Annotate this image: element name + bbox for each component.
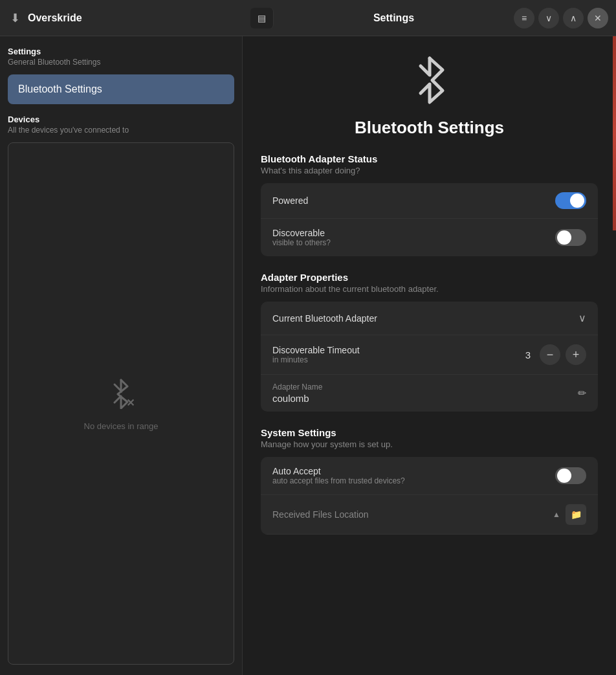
main-layout: Settings General Bluetooth Settings Blue… [0,36,616,675]
content-area: Bluetooth Settings Bluetooth Adapter Sta… [243,36,616,675]
folder-icon: 📁 [571,509,582,520]
bluetooth-main-icon [404,52,456,110]
timeout-sublabel: in minutes [272,355,360,364]
top-bar-left: ⬇ Overskride [0,11,243,25]
devices-section-sublabel: All the devices you've connected to [8,126,234,135]
maximize-button[interactable]: ∧ [563,8,584,28]
close-button[interactable]: ✕ [588,8,608,28]
top-bar-right: ▤ Settings ≡ ∨ ∧ ✕ [243,8,616,28]
auto-accept-sublabel: auto accept files from trusted devices? [272,476,405,485]
menu-button[interactable]: ≡ [514,8,534,28]
adapter-name-row: Adapter Name coulomb ✏ [261,375,598,412]
red-accent-decoration [613,36,616,230]
app-title: Overskride [28,12,82,24]
svg-text:✕: ✕ [126,397,135,408]
settings-section-label: Settings [8,47,234,56]
sidebar: Settings General Bluetooth Settings Blue… [0,36,243,675]
adapter-status-title: Bluetooth Adapter Status [261,153,598,164]
settings-section-sublabel: General Bluetooth Settings [8,58,234,67]
timeout-decrease-button[interactable]: − [540,344,560,365]
discoverable-label-group: Discoverable visible to others? [272,228,331,247]
received-files-controls: ▲ 📁 [553,504,586,525]
adapter-properties-title: Adapter Properties [261,272,598,283]
received-files-row: Received Files Location ▲ 📁 [261,495,598,535]
auto-accept-label-group: Auto Accept auto accept files from trust… [272,466,405,485]
chevron-down-icon: ∨ [578,312,586,324]
adapter-status-subtitle: What's this adapter doing? [261,166,598,175]
adapter-name-value: coulomb [272,393,322,404]
close-icon: ✕ [594,13,602,23]
adapter-properties-subtitle: Information about the current bluetooth … [261,284,598,294]
devices-section-label: Devices [8,115,234,124]
system-settings-title: System Settings [261,427,598,438]
discoverable-row: Discoverable visible to others? [261,219,598,256]
down-icon: ∨ [545,13,552,23]
download-icon: ⬇ [10,11,20,25]
header-controls: ≡ ∨ ∧ ✕ [514,8,608,28]
bluetooth-icon-container [261,52,598,110]
current-adapter-label: Current Bluetooth Adapter [272,313,377,324]
auto-accept-label: Auto Accept [272,466,405,476]
page-title: Bluetooth Settings [261,118,598,138]
menu-icon: ≡ [522,13,527,23]
auto-accept-row: Auto Accept auto accept files from trust… [261,457,598,495]
up-icon: ∧ [570,13,577,23]
timeout-label-group: Discoverable Timeout in minutes [272,345,360,364]
powered-row: Powered [261,183,598,219]
adapter-properties-card: Current Bluetooth Adapter ∨ Discoverable… [261,302,598,412]
received-files-up-icon: ▲ [553,510,560,519]
discoverable-toggle-knob [557,230,571,245]
received-files-folder-button[interactable]: 📁 [566,504,586,525]
timeout-label: Discoverable Timeout [272,345,360,355]
minimize-button[interactable]: ∨ [538,8,559,28]
current-adapter-dropdown[interactable]: Current Bluetooth Adapter ∨ [261,302,598,335]
discoverable-timeout-row: Discoverable Timeout in minutes 3 − + [261,335,598,375]
sidebar-toggle-icon: ▤ [258,13,266,23]
adapter-name-group: Adapter Name coulomb [272,382,322,404]
top-bar: ⬇ Overskride ▤ Settings ≡ ∨ ∧ ✕ [0,0,616,36]
discoverable-sublabel: visible to others? [272,238,331,247]
powered-toggle-knob [570,194,584,208]
timeout-increase-button[interactable]: + [566,344,586,365]
edit-icon[interactable]: ✏ [578,387,586,399]
no-devices-text: No devices in range [84,421,159,431]
discoverable-toggle[interactable] [555,229,586,246]
auto-accept-toggle[interactable] [555,467,586,484]
timeout-value: 3 [522,349,534,360]
system-settings-subtitle: Manage how your system is set up. [261,439,598,449]
sidebar-item-bluetooth-settings[interactable]: Bluetooth Settings [8,74,234,104]
bluetooth-off-icon: ✕ [105,377,137,409]
timeout-controls: 3 − + [522,344,586,365]
auto-accept-toggle-knob [557,469,571,483]
devices-panel: ✕ No devices in range [8,142,234,665]
received-files-label: Received Files Location [272,509,369,520]
window-title: Settings [274,12,514,24]
discoverable-label: Discoverable [272,228,331,238]
system-settings-card: Auto Accept auto accept files from trust… [261,457,598,535]
bluetooth-no-devices-icon: ✕ [105,377,137,415]
adapter-name-field-label: Adapter Name [272,382,322,392]
powered-toggle[interactable] [555,192,586,209]
sidebar-toggle-button[interactable]: ▤ [250,8,274,28]
powered-label: Powered [272,195,308,206]
adapter-status-card: Powered Discoverable visible to others? [261,183,598,256]
